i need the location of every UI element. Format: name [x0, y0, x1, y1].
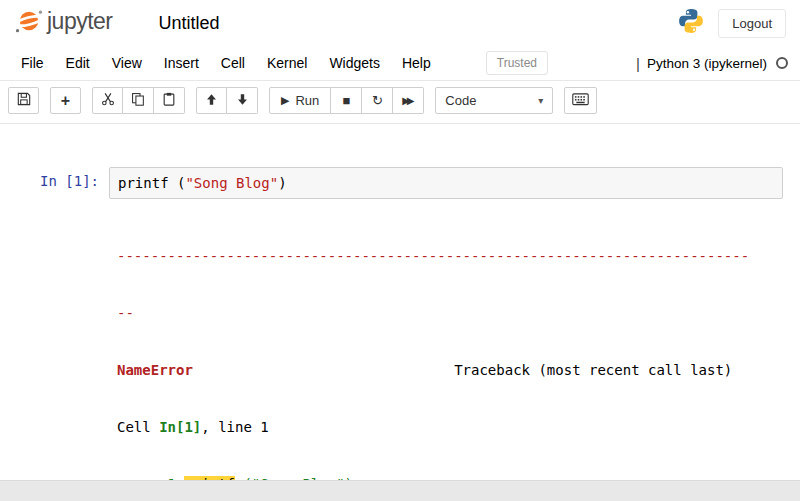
move-cell-down-button[interactable]: [227, 87, 258, 114]
kernel-separator: |: [636, 55, 640, 72]
menu-kernel[interactable]: Kernel: [256, 48, 318, 78]
save-icon: [17, 92, 31, 109]
add-cell-button[interactable]: +: [50, 87, 81, 114]
error-name: NameError: [117, 361, 454, 380]
jupyter-logo[interactable]: jupyter: [14, 6, 113, 40]
menu-edit[interactable]: Edit: [55, 48, 101, 78]
chevron-down-icon: ▾: [538, 95, 543, 106]
output-prompt-spacer: [15, 207, 109, 213]
code-input-1[interactable]: printf ("Song Blog"): [109, 167, 783, 199]
clipboard-group: [92, 87, 185, 114]
trusted-badge[interactable]: Trusted: [486, 51, 548, 75]
code-token: printf: [118, 175, 169, 191]
menu-widgets[interactable]: Widgets: [318, 48, 391, 78]
logout-button[interactable]: Logout: [718, 9, 786, 38]
traceback-location: Cell In[1], line 1: [117, 418, 775, 437]
code-string: "Song Blog": [185, 175, 278, 191]
clipboard-icon: [162, 92, 176, 109]
traceback-label: Traceback (most recent call last): [454, 362, 732, 378]
run-button[interactable]: ▶ Run: [269, 87, 331, 114]
output-row: ----------------------------------------…: [15, 207, 783, 480]
notebook-area: In [1]: printf ("Song Blog") -----------…: [0, 124, 800, 480]
traceback-header: NameErrorTraceback (most recent call las…: [117, 361, 775, 380]
jupyter-notebook-app: jupyter Untitled Logout File Edit View I…: [0, 0, 800, 501]
menu-cell[interactable]: Cell: [210, 48, 256, 78]
location-cell-ref: In[1]: [159, 419, 201, 435]
plus-icon: +: [61, 92, 70, 110]
fast-forward-icon: ▶▶: [402, 95, 414, 106]
scissors-icon: [101, 92, 115, 109]
header: jupyter Untitled Logout: [0, 0, 800, 46]
code-cell-1[interactable]: In [1]: printf ("Song Blog") -----------…: [6, 162, 794, 480]
traceback-separator: --: [117, 304, 775, 323]
python-logo-icon: [678, 8, 704, 38]
stop-icon: ■: [342, 93, 350, 108]
copy-icon: [131, 92, 145, 109]
paste-cell-button[interactable]: [154, 87, 185, 114]
kernel-idle-icon: [776, 57, 788, 69]
toolbar: +: [0, 81, 800, 124]
play-icon: ▶: [281, 94, 289, 107]
run-group: ▶ Run ■ ↻ ▶▶: [269, 87, 424, 114]
save-button[interactable]: [8, 87, 39, 114]
cell-type-value: Code: [445, 93, 476, 108]
move-cell-up-button[interactable]: [196, 87, 227, 114]
cell-type-dropdown[interactable]: Code ▾: [435, 87, 553, 114]
location-prefix: Cell: [117, 419, 159, 435]
restart-run-all-button[interactable]: ▶▶: [393, 87, 424, 114]
restart-kernel-button[interactable]: ↻: [362, 87, 393, 114]
code-token: (: [169, 175, 186, 191]
input-row: In [1]: printf ("Song Blog"): [15, 167, 783, 199]
kernel-name: Python 3 (ipykernel): [647, 56, 767, 71]
menubar: File Edit View Insert Cell Kernel Widget…: [0, 46, 800, 81]
header-right: Logout: [678, 8, 786, 38]
jupyter-planet-icon: [14, 6, 44, 40]
input-prompt-1: In [1]:: [15, 167, 109, 189]
cut-cell-button[interactable]: [92, 87, 123, 114]
arrow-up-icon: [205, 93, 218, 109]
menu-file[interactable]: File: [10, 48, 55, 78]
move-group: [196, 87, 258, 114]
location-suffix: , line 1: [201, 419, 268, 435]
error-traceback-output: ----------------------------------------…: [109, 207, 783, 480]
arrow-down-icon: [236, 93, 249, 109]
code-token: ): [278, 175, 286, 191]
keyboard-icon: [572, 93, 589, 109]
menu-help[interactable]: Help: [391, 48, 442, 78]
run-label: Run: [295, 93, 319, 108]
jupyter-logo-text: jupyter: [47, 8, 113, 39]
copy-cell-button[interactable]: [123, 87, 154, 114]
menu-insert[interactable]: Insert: [153, 48, 210, 78]
horizontal-scrollbar[interactable]: [0, 480, 800, 501]
command-palette-button[interactable]: [564, 87, 597, 114]
notebook-title[interactable]: Untitled: [159, 13, 220, 34]
interrupt-kernel-button[interactable]: ■: [331, 87, 362, 114]
kernel-indicator-area: | Python 3 (ipykernel): [636, 55, 790, 72]
traceback-separator: ----------------------------------------…: [117, 247, 775, 266]
restart-icon: ↻: [372, 93, 383, 108]
menu-view[interactable]: View: [101, 48, 153, 78]
